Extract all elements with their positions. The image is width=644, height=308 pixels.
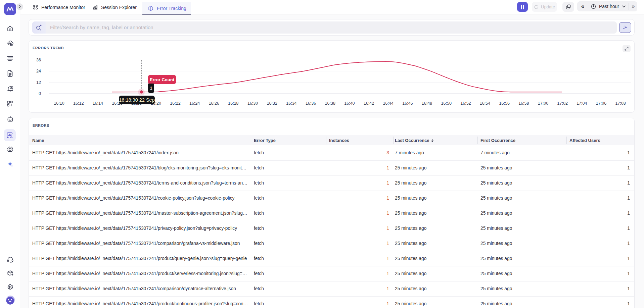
svg-text:16:12: 16:12 — [73, 101, 84, 106]
svg-text:16:46: 16:46 — [402, 101, 413, 106]
svg-text:16:38: 16:38 — [325, 101, 335, 106]
svg-text:16:44: 16:44 — [383, 101, 394, 106]
svg-text:16:14: 16:14 — [93, 101, 103, 106]
svg-text:16:58: 16:58 — [518, 101, 529, 106]
svg-text:16:34: 16:34 — [286, 101, 296, 106]
svg-text:16:54: 16:54 — [480, 101, 490, 106]
svg-text:17:02: 17:02 — [557, 101, 568, 106]
svg-text:16:32: 16:32 — [267, 101, 277, 106]
svg-text:16:40: 16:40 — [344, 101, 355, 106]
svg-text:36: 36 — [36, 58, 41, 62]
svg-text:24: 24 — [36, 69, 41, 73]
svg-text:0: 0 — [39, 91, 41, 96]
svg-text:17:00: 17:00 — [538, 101, 548, 106]
svg-text:16:30: 16:30 — [247, 101, 258, 106]
svg-text:16:52: 16:52 — [460, 101, 471, 106]
svg-text:16:24: 16:24 — [189, 101, 200, 106]
svg-text:16:26: 16:26 — [209, 101, 219, 106]
svg-text:17:06: 17:06 — [596, 101, 606, 106]
svg-text:16:42: 16:42 — [364, 101, 374, 106]
svg-text:16:10: 16:10 — [54, 101, 64, 106]
svg-text:16:28: 16:28 — [228, 101, 238, 106]
svg-text:16:56: 16:56 — [499, 101, 510, 106]
svg-text:16:36: 16:36 — [306, 101, 316, 106]
svg-text:17:04: 17:04 — [577, 101, 587, 106]
svg-text:16:50: 16:50 — [441, 101, 452, 106]
svg-text:12: 12 — [36, 80, 41, 85]
svg-text:16:48: 16:48 — [422, 101, 432, 106]
svg-text:17:08: 17:08 — [615, 101, 626, 106]
svg-text:16:22: 16:22 — [170, 101, 180, 106]
